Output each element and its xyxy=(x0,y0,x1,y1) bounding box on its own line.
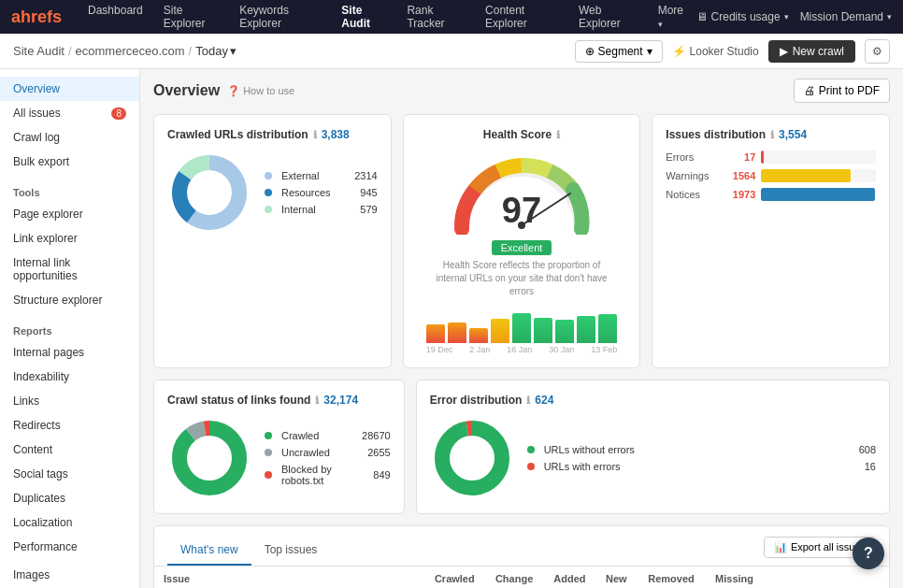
external-dot xyxy=(265,172,272,179)
sidebar-item-performance[interactable]: Performance xyxy=(0,535,139,559)
print-pdf-button[interactable]: 🖨 Print to PDF xyxy=(794,79,890,103)
tab-whats-new[interactable]: What's new xyxy=(167,536,251,566)
sidebar-item-duplicates[interactable]: Duplicates xyxy=(0,486,139,510)
sidebar-item-internal-pages[interactable]: Internal pages xyxy=(0,340,139,365)
nav-rank-tracker[interactable]: Rank Tracker xyxy=(397,0,474,36)
period-caret: ▾ xyxy=(230,44,236,58)
sidebar-item-content[interactable]: Content xyxy=(0,437,139,462)
error-dist-donut-svg xyxy=(430,416,514,500)
svg-point-13 xyxy=(451,437,494,480)
crawled-urls-card: Crawled URLs distribution ℹ 3,838 xyxy=(153,114,392,368)
donut-svg xyxy=(167,151,251,235)
period-selector[interactable]: Today ▾ xyxy=(195,44,236,58)
sidebar-item-bulk-export[interactable]: Bulk export xyxy=(0,150,139,174)
mission-demand-button[interactable]: Mission Demand ▾ xyxy=(800,10,892,23)
sidebar-item-structure-explorer[interactable]: Structure explorer xyxy=(0,288,139,312)
segment-caret: ▾ xyxy=(647,45,652,58)
domain-label[interactable]: ecommerceceo.com xyxy=(76,44,185,58)
issues-table-header-row: Issue Crawled Change Added New Removed M… xyxy=(154,566,889,588)
page-title: Overview xyxy=(153,82,220,99)
crawled-urls-info-icon[interactable]: ℹ xyxy=(313,129,317,141)
play-icon: ▶ xyxy=(780,45,788,58)
breadcrumb: Site Audit / ecommerceceo.com / Today ▾ xyxy=(13,44,566,58)
crawled-urls-count[interactable]: 3,838 xyxy=(322,128,350,141)
health-score-info-icon[interactable]: ℹ xyxy=(556,129,560,141)
issues-errors-row: Errors 17 xyxy=(666,151,876,164)
sidebar-item-page-explorer[interactable]: Page explorer xyxy=(0,202,139,226)
nav-dashboard[interactable]: Dashboard xyxy=(79,0,152,36)
sidebar-section-reports: Reports xyxy=(0,318,139,340)
legend-external: External 2314 xyxy=(265,167,378,184)
print-icon: 🖨 xyxy=(804,84,815,97)
uncrawled-value: 2655 xyxy=(367,447,390,458)
crawl-status-count: 32,174 xyxy=(323,394,358,407)
svg-point-10 xyxy=(188,437,231,480)
nav-content-explorer[interactable]: Content Explorer xyxy=(476,0,567,36)
health-description: Health Score reflects the proportion of … xyxy=(428,259,615,298)
issues-notices-row: Notices 1973 xyxy=(666,188,876,201)
sidebar-item-social-tags[interactable]: Social tags xyxy=(0,462,139,486)
legend-internal: Internal 579 xyxy=(265,201,378,218)
monitor-icon: 🖥 xyxy=(696,10,708,23)
sidebar-item-links[interactable]: Links xyxy=(0,389,139,413)
sidebar-item-redirects[interactable]: Redirects xyxy=(0,413,139,437)
without-errors-dot xyxy=(527,446,535,453)
credits-caret: ▾ xyxy=(784,12,789,22)
how-to-use-link[interactable]: ❓ How to use xyxy=(227,85,294,97)
health-chart-area: 19 Dec 2 Jan 16 Jan 30 Jan 13 Feb xyxy=(417,306,627,354)
nav-web-explorer[interactable]: Web Explorer xyxy=(569,0,647,36)
crawled-urls-title: Crawled URLs distribution ℹ 3,838 xyxy=(167,128,378,141)
donut-chart xyxy=(167,151,251,235)
error-dist-count: 624 xyxy=(535,394,553,407)
sidebar-item-crawl-log[interactable]: Crawl log xyxy=(0,125,139,150)
warnings-count[interactable]: 1564 xyxy=(723,170,755,181)
sub-navigation: Site Audit / ecommerceceo.com / Today ▾ … xyxy=(0,34,903,69)
sidebar-item-overview[interactable]: Overview xyxy=(0,77,139,101)
sidebar-item-images[interactable]: Images xyxy=(0,563,139,587)
nav-site-explorer[interactable]: Site Explorer xyxy=(154,0,228,36)
crawl-status-info-icon[interactable]: ℹ xyxy=(315,394,319,407)
nav-site-audit[interactable]: Site Audit xyxy=(332,0,395,36)
issues-warnings-row: Warnings 1564 xyxy=(666,169,876,182)
page-title-row: Overview ❓ How to use xyxy=(153,82,294,99)
crawl-status-legend: Crawled 28670 Uncrawled 2655 xyxy=(265,427,391,489)
sidebar: Overview All issues 8 Crawl log Bulk exp… xyxy=(0,69,140,588)
credits-usage-button[interactable]: 🖥 Credits usage ▾ xyxy=(696,10,789,23)
gauge-container: 97 xyxy=(447,151,596,235)
help-button[interactable]: ? xyxy=(853,538,884,569)
warnings-bar-container xyxy=(761,169,876,182)
notices-count[interactable]: 1973 xyxy=(723,189,755,200)
col-added: Added xyxy=(542,566,595,588)
errors-count[interactable]: 17 xyxy=(723,151,755,163)
health-chart xyxy=(426,306,618,343)
col-missing: Missing xyxy=(704,566,763,588)
legend-with-errors: URLs with errors 16 xyxy=(527,458,876,475)
nav-keywords-explorer[interactable]: Keywords Explorer xyxy=(230,0,330,36)
warnings-label: Warnings xyxy=(666,170,717,181)
sidebar-item-indexability[interactable]: Indexability xyxy=(0,365,139,389)
looker-studio-button[interactable]: ⚡ Looker Studio xyxy=(672,45,759,58)
crawled-dot xyxy=(265,432,272,439)
settings-button[interactable]: ⚙ xyxy=(865,39,890,64)
issues-dist-count: 3,554 xyxy=(779,128,807,141)
nav-more[interactable]: More ▾ xyxy=(649,0,696,36)
error-dist-info-icon[interactable]: ℹ xyxy=(526,394,530,407)
crawl-status-donut-svg xyxy=(167,416,251,500)
segment-button[interactable]: ⊕ Segment ▾ xyxy=(575,40,663,63)
col-chart xyxy=(763,566,838,588)
health-chart-labels: 19 Dec 2 Jan 16 Jan 30 Jan 13 Feb xyxy=(426,345,618,354)
tab-top-issues[interactable]: Top issues xyxy=(251,536,331,566)
col-change: Change xyxy=(484,566,543,588)
sidebar-item-all-issues[interactable]: All issues 8 xyxy=(0,101,139,125)
nav-items: Dashboard Site Explorer Keywords Explore… xyxy=(79,0,696,36)
new-crawl-button[interactable]: ▶ New crawl xyxy=(768,40,855,63)
with-errors-dot xyxy=(527,463,535,470)
issues-dist-info-icon[interactable]: ℹ xyxy=(770,129,774,141)
sidebar-item-link-explorer[interactable]: Link explorer xyxy=(0,226,139,251)
sidebar-item-internal-link-opportunities[interactable]: Internal link opportunities xyxy=(0,251,139,288)
sidebar-item-localization[interactable]: Localization xyxy=(0,510,139,535)
notices-bar xyxy=(761,188,874,201)
health-bar-5 xyxy=(512,313,531,343)
ahrefs-logo[interactable]: ahrefs xyxy=(11,7,62,27)
health-bar-4 xyxy=(491,319,509,343)
